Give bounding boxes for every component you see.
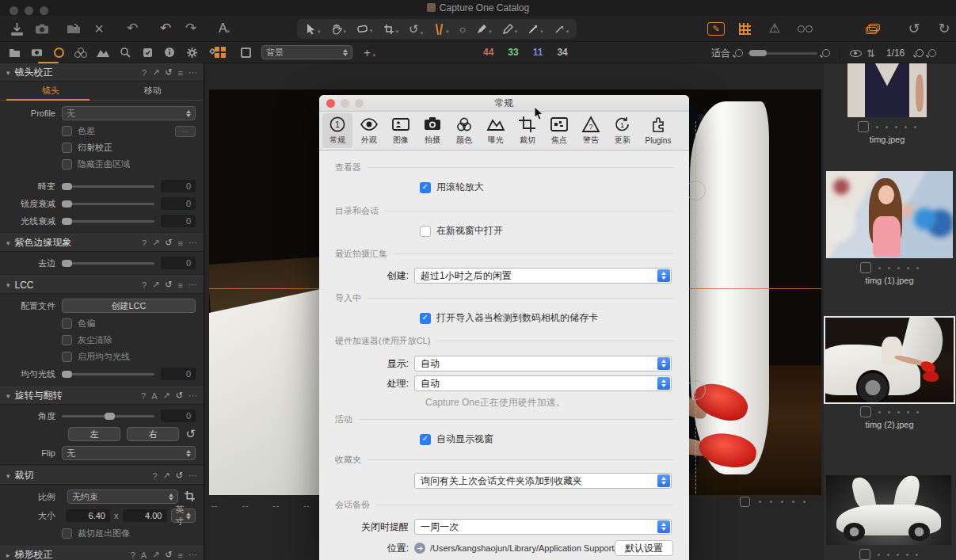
tab-adjustments-icon[interactable] (182, 44, 201, 60)
light-falloff-value[interactable]: 0 (161, 215, 196, 227)
color-cast-checkbox[interactable] (62, 318, 72, 329)
capture-icon[interactable] (32, 20, 52, 37)
dialog-traffic-lights[interactable] (326, 99, 364, 108)
favorites-select[interactable]: 询问有关上次会话文件夹添加到收藏夹 (414, 473, 672, 489)
distortion-slider[interactable] (62, 185, 154, 188)
zoom-out-icon[interactable] (735, 49, 743, 57)
thumbnail-1[interactable]: timg.jpeg (847, 63, 927, 144)
tab-exposure-icon[interactable] (93, 44, 112, 60)
thumb-select-checkbox[interactable] (860, 406, 871, 417)
reset-icon[interactable]: ↺ (165, 67, 172, 78)
background-select[interactable]: 背景 (261, 45, 352, 59)
panel-crop-header[interactable]: ▾ 裁切 ?↗↺⋯ (0, 467, 204, 485)
light-falloff-slider[interactable] (62, 220, 154, 223)
flip-select[interactable]: 无 (62, 446, 196, 460)
defringe-slider[interactable] (62, 262, 154, 265)
delete-icon[interactable]: × (89, 20, 109, 37)
single-view-icon[interactable] (236, 44, 255, 60)
tab-lens[interactable]: 镜头 (0, 85, 102, 97)
redo-circular-icon[interactable]: ↻ (934, 20, 954, 37)
rotate-left-button[interactable]: 左 (68, 427, 120, 441)
panel-purple-fringing-header[interactable]: ▾ 紫色边缘现象 ?↗↺≡⋯ (0, 234, 204, 252)
crop-outside-checkbox[interactable] (62, 528, 72, 539)
thumbnail-2[interactable]: timg (1).jpeg (826, 171, 953, 285)
thumb-select-checkbox[interactable] (858, 121, 869, 132)
tab-info-icon[interactable] (160, 44, 179, 60)
defringe-value[interactable]: 0 (161, 257, 196, 269)
aberration-more-button[interactable]: ⋯ (175, 126, 196, 137)
hide-distorted-checkbox[interactable] (62, 159, 72, 170)
rotate-right-button[interactable]: 右 (127, 427, 179, 441)
tab-metadata-icon[interactable] (138, 44, 157, 60)
sharpness-falloff-value[interactable]: 0 (161, 197, 196, 210)
rotate-freehand-icon[interactable]: ↺ (185, 427, 196, 441)
crop-unit-select[interactable]: 英寸 (171, 509, 196, 523)
spot-tool[interactable]: ○ (459, 23, 466, 36)
tab-capture-icon[interactable] (27, 44, 46, 60)
presets-icon[interactable]: ≡ (178, 68, 183, 78)
thumbnail-4[interactable] (826, 475, 951, 560)
help-icon[interactable]: ? (142, 68, 147, 78)
pick-color-tool[interactable]: ▾ (502, 24, 518, 35)
select-tool[interactable]: ▾ (305, 23, 321, 35)
panel-keystone-header[interactable]: ▸ 梯形校正 ?A↗↺≡⋯ (0, 546, 204, 560)
scroll-zoom-checkbox[interactable] (420, 182, 431, 193)
tab-plugins[interactable]: Plugins (639, 113, 677, 148)
open-new-window-checkbox[interactable] (420, 226, 431, 237)
fill-mask-tool[interactable]: ▾ (528, 24, 543, 35)
sort-icon[interactable]: ⇅ (866, 48, 875, 59)
defaults-button[interactable]: 默认设置 (615, 540, 673, 556)
zoom-in-icon[interactable] (822, 49, 830, 57)
draw-mask-tool[interactable]: ▾ (476, 24, 492, 35)
auto-show-checkbox[interactable] (420, 434, 431, 445)
viewer-select-checkbox[interactable] (740, 497, 750, 507)
browser-stack-icon[interactable] (863, 20, 883, 37)
angle-value[interactable]: 0 (161, 410, 196, 422)
tab-exposure[interactable]: 曝光 (481, 113, 511, 148)
keystone-tool[interactable]: ▾ (433, 24, 449, 35)
edit-annotations-icon[interactable]: ✎ (707, 22, 725, 36)
crop-height-input[interactable]: 4.00 (123, 509, 167, 522)
zoom-fit-label[interactable]: 适合 (711, 47, 730, 60)
more-icon[interactable]: ⋯ (189, 67, 197, 78)
add-guide-icon[interactable]: ＋▾ (359, 44, 378, 60)
distortion-value[interactable]: 0 (161, 180, 196, 192)
tab-updates[interactable]: 1 更新 (607, 113, 638, 148)
tab-movement[interactable]: 移动 (102, 85, 204, 97)
exposure-warning-icon[interactable]: ⚠ (764, 20, 785, 37)
redo-icon[interactable]: ↷ (181, 20, 201, 37)
search-zoom-icon[interactable] (928, 49, 936, 57)
tab-color-icon[interactable] (71, 44, 90, 60)
diffraction-checkbox[interactable] (62, 143, 72, 153)
backup-reminder-select[interactable]: 一周一次 (414, 519, 672, 535)
sharpness-falloff-slider[interactable] (62, 203, 154, 205)
tab-lens-icon[interactable] (49, 44, 68, 60)
tab-warnings[interactable]: ? 警告 (576, 113, 606, 148)
crop-ratio-select[interactable]: 无约束 (67, 490, 178, 504)
pan-tool[interactable]: ▾ (331, 24, 347, 35)
eraser-tool[interactable]: ▾ (356, 24, 373, 34)
create-select[interactable]: 超过1小时之后的闲置 (414, 268, 672, 284)
tab-image[interactable]: 图像 (386, 113, 416, 148)
dialog-minimize-button[interactable] (341, 99, 349, 108)
gradient-mask-tool[interactable]: ▾ (554, 24, 569, 35)
rotate-tool[interactable]: ↺▾ (409, 22, 423, 36)
text-style-icon[interactable]: A▾ (214, 20, 234, 37)
import-icon[interactable] (6, 20, 27, 37)
copy-settings-icon[interactable]: ↗ (152, 67, 159, 78)
open-importer-checkbox[interactable] (420, 313, 431, 324)
chromatic-aberration-checkbox[interactable] (62, 126, 72, 136)
display-select[interactable]: 自动 (414, 356, 672, 371)
thumb-select-checkbox[interactable] (860, 262, 871, 273)
tab-details-icon[interactable] (116, 44, 135, 60)
undo-circular-icon[interactable]: ↺ (904, 20, 924, 37)
panel-lcc-header[interactable]: ▾ LCC ?↗↺≡⋯ (0, 276, 204, 294)
uniform-light-slider[interactable] (62, 373, 154, 375)
export-icon[interactable] (63, 20, 84, 37)
grid-overlay-icon[interactable] (734, 20, 755, 37)
tab-focus[interactable]: 焦点 (544, 113, 574, 148)
proof-glasses-icon[interactable] (794, 20, 815, 37)
undo-icon[interactable]: ↶ (155, 20, 176, 37)
tab-appearance[interactable]: 外观 (354, 113, 384, 148)
thumbnail-grid-view-icon[interactable] (211, 44, 230, 60)
